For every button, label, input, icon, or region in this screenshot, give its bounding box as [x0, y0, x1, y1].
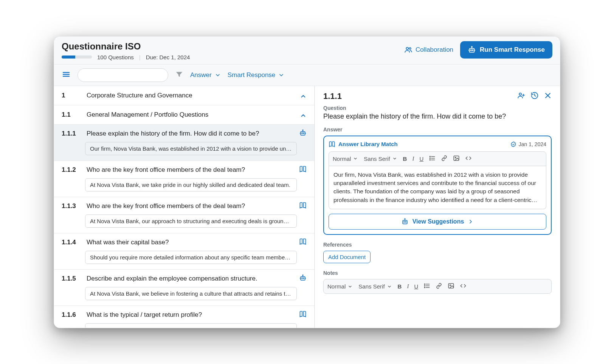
question-text: Please explain the history of the firm. … [323, 113, 552, 120]
question-row[interactable]: 1.1.3 Who are the key front office membe… [54, 197, 314, 233]
svg-point-16 [302, 275, 303, 275]
svg-point-17 [519, 93, 521, 95]
notes-font-dropdown[interactable]: Sans Serif [358, 283, 391, 290]
close-icon[interactable] [544, 92, 552, 101]
robot-icon[interactable] [299, 129, 307, 138]
book-icon[interactable] [299, 238, 307, 247]
question-num: 1.1.2 [62, 166, 80, 174]
svg-point-15 [303, 278, 304, 278]
underline-icon[interactable]: U [414, 283, 418, 290]
add-document-label: Add Document [328, 254, 366, 260]
image-icon[interactable] [453, 155, 460, 163]
split: 1 Corporate Structure and Governance 1.1… [54, 86, 560, 328]
filter-icon[interactable] [175, 70, 183, 80]
svg-point-25 [430, 159, 431, 160]
match-row: Answer Library Match Jan 1, 2024 [329, 141, 546, 148]
answer-editor-body[interactable]: Our firm, Nova Vista Bank, was establish… [329, 166, 546, 210]
svg-point-31 [405, 219, 405, 219]
page-title: Questionnaire ISO [62, 41, 190, 52]
svg-point-14 [302, 278, 302, 278]
code-icon[interactable] [460, 282, 467, 290]
book-icon[interactable] [299, 310, 307, 319]
chevron-right-icon [468, 219, 474, 225]
code-icon[interactable] [465, 155, 472, 163]
notes-format-icons: B I U [398, 282, 467, 290]
chevron-down-icon [353, 156, 358, 161]
header-sub-row: 100 Questions | Due: Dec 1, 2024 [62, 54, 190, 60]
svg-point-10 [302, 133, 302, 133]
section-num: 1 [62, 92, 80, 99]
svg-point-39 [450, 285, 451, 286]
svg-point-5 [471, 46, 472, 47]
question-row[interactable]: 1.1.4 What was their capital base? Shoul… [54, 233, 314, 270]
view-suggestions-button[interactable]: View Suggestions [329, 214, 546, 230]
question-title: Please explain the history of the firm. … [87, 130, 292, 137]
smart-response-dropdown-label: Smart Response [228, 71, 276, 79]
bold-icon[interactable]: B [403, 156, 407, 162]
search-input[interactable] [78, 68, 168, 82]
italic-icon[interactable]: I [412, 156, 414, 162]
collapse-icon[interactable] [300, 111, 307, 119]
header: Questionnaire ISO 100 Questions | Due: D… [54, 37, 560, 65]
robot-icon [401, 218, 409, 225]
book-icon[interactable] [299, 165, 307, 174]
library-match-label: Answer Library Match [338, 141, 398, 147]
question-num: 1.1.5 [62, 275, 80, 282]
add-document-button[interactable]: Add Document [323, 251, 371, 263]
progress-fill [62, 56, 75, 59]
svg-rect-9 [301, 131, 305, 135]
question-title: What is the typical / target return prof… [87, 311, 292, 319]
library-match-link[interactable]: Answer Library Match [329, 141, 398, 148]
question-row[interactable]: 1.1.6 What is the typical / target retur… [54, 306, 314, 328]
collaboration-link[interactable]: Collaboration [404, 46, 453, 54]
style-dropdown[interactable]: Normal [333, 156, 358, 162]
detail-pane: 1.1.1 Question Please explain the histor… [315, 86, 560, 328]
badge-check-icon [510, 141, 516, 147]
section-row-1[interactable]: 1 Corporate Structure and Governance [54, 86, 314, 105]
answer-dropdown[interactable]: Answer [190, 71, 221, 79]
match-date: Jan 1, 2024 [510, 141, 546, 147]
bold-icon[interactable]: B [398, 283, 402, 290]
collaboration-label: Collaboration [416, 46, 453, 54]
link-icon[interactable] [441, 155, 448, 163]
answer-preview: At Nova Vista Bank, we believe in foster… [85, 287, 297, 300]
svg-point-29 [404, 222, 405, 222]
question-rows: 1.1.1 Please explain the history of the … [54, 125, 314, 328]
history-icon[interactable] [530, 91, 539, 101]
question-label: Question [323, 105, 552, 111]
add-person-icon[interactable] [517, 91, 525, 101]
svg-rect-38 [448, 284, 454, 288]
notes-editor-toolbar: Normal Sans Serif B I U [323, 279, 552, 294]
underline-icon[interactable]: U [419, 156, 423, 162]
notes-label: Notes [323, 270, 552, 276]
smart-response-dropdown[interactable]: Smart Response [228, 71, 285, 79]
list-icon[interactable] [423, 282, 430, 290]
people-icon [404, 46, 412, 54]
question-row[interactable]: 1.1.1 Please explain the history of the … [54, 125, 314, 161]
question-row[interactable]: 1.1.5 Describe and explain the employee … [54, 270, 314, 306]
run-smart-response-button[interactable]: Run Smart Response [460, 41, 552, 59]
collapse-icon[interactable] [300, 91, 307, 100]
link-icon[interactable] [436, 282, 442, 290]
answer-preview: At Nova Vista Bank, we take pride in our… [85, 178, 297, 191]
italic-icon[interactable]: I [407, 283, 409, 290]
answer-box: Answer Library Match Jan 1, 2024 Normal … [323, 136, 552, 235]
svg-rect-26 [454, 156, 459, 160]
questions-count: 100 Questions [97, 54, 134, 60]
answer-preview: At Nova Vista Bank, our approach to stru… [85, 214, 297, 228]
editor-format-icons: B I U [403, 155, 472, 163]
section-row-1-1[interactable]: 1.1 General Management / Portfolio Quest… [54, 105, 314, 125]
question-row[interactable]: 1.1.2 Who are the key front office membe… [54, 161, 314, 197]
list-icon[interactable] [429, 155, 436, 163]
question-list[interactable]: 1 Corporate Structure and Governance 1.1… [54, 86, 315, 328]
svg-rect-28 [403, 221, 407, 224]
book-icon[interactable] [299, 202, 307, 211]
svg-point-35 [425, 284, 425, 285]
menu-icon[interactable] [62, 70, 71, 80]
toolbar: Answer Smart Response [54, 65, 560, 86]
image-icon[interactable] [448, 282, 454, 290]
font-dropdown[interactable]: Sans Serif [364, 156, 397, 162]
section-label: General Management / Portfolio Questions [87, 111, 293, 119]
notes-style-dropdown[interactable]: Normal [327, 283, 352, 290]
robot-icon[interactable] [299, 274, 307, 283]
